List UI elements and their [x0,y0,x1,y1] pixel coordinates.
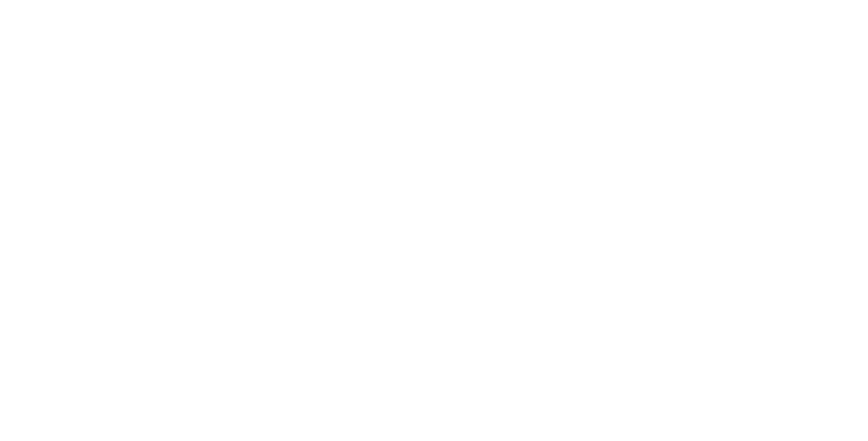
diagram-canvas [0,0,868,441]
edges-layer [0,0,868,441]
